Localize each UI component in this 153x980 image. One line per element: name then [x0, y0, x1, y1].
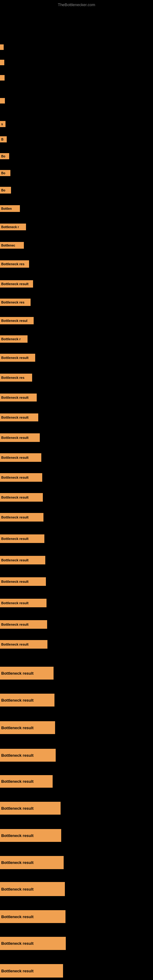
bottleneck-bar-7: Bo [0, 153, 9, 159]
site-title: TheBottlenecker.com [58, 2, 95, 7]
bottleneck-bar-19: Bottleneck res [0, 374, 32, 382]
bottleneck-bar-22: Bottleneck result [0, 433, 40, 442]
bottleneck-bar-35: Bottleneck result [0, 721, 55, 734]
bottleneck-bar-23: Bottleneck result [0, 453, 41, 462]
bottleneck-bar-1 [0, 45, 4, 50]
bottleneck-bar-8: Bo [0, 170, 10, 176]
bottleneck-bar-21: Bottleneck result [0, 414, 38, 422]
bottleneck-bar-12: Bottlenec [0, 242, 24, 249]
bottleneck-bar-36: Bottleneck result [0, 749, 56, 762]
bottleneck-bar-34: Bottleneck result [0, 694, 54, 706]
bottleneck-bar-37: Bottleneck result [0, 775, 53, 788]
bottleneck-bar-13: Bottleneck res [0, 260, 29, 268]
bottleneck-bar-16: Bottleneck resul [0, 317, 33, 324]
bottleneck-bar-28: Bottleneck result [0, 556, 45, 565]
bottleneck-bar-42: Bottleneck result [0, 910, 65, 923]
bottleneck-bar-15: Bottleneck res [0, 299, 30, 306]
bottleneck-bar-40: Bottleneck result [0, 856, 64, 869]
bottleneck-bar-4 [0, 98, 5, 103]
bottleneck-bar-41: Bottleneck result [0, 882, 65, 896]
bottleneck-bar-43: Bottleneck result [0, 937, 66, 950]
bottleneck-bar-39: Bottleneck result [0, 829, 61, 842]
bottleneck-bar-9: Bo [0, 187, 11, 194]
bottleneck-bar-25: Bottleneck result [0, 493, 43, 502]
bottleneck-bar-33: Bottleneck result [0, 667, 54, 679]
bottleneck-bar-29: Bottleneck result [0, 577, 46, 586]
bottleneck-bar-10: Bottlen [0, 205, 20, 212]
bottleneck-bar-20: Bottleneck result [0, 393, 37, 401]
bottleneck-bar-24: Bottleneck result [0, 473, 42, 482]
bottleneck-bar-30: Bottleneck result [0, 599, 46, 607]
bottleneck-bar-26: Bottleneck result [0, 513, 43, 522]
bottleneck-bar-11: Bottleneck r [0, 224, 26, 230]
bottleneck-bar-27: Bottleneck result [0, 535, 45, 543]
bottleneck-bar-3 [0, 75, 5, 81]
bottleneck-bar-2 [0, 60, 4, 65]
bottleneck-bar-38: Bottleneck result [0, 802, 61, 815]
bottleneck-bar-18: Bottleneck result [0, 354, 35, 362]
bottleneck-bar-6: B [0, 136, 7, 142]
bottleneck-bar-17: Bottleneck r [0, 335, 27, 343]
bottleneck-bar-44: Bottleneck result [0, 964, 63, 978]
bottleneck-bar-14: Bottleneck result [0, 280, 33, 288]
bottleneck-bar-31: Bottleneck result [0, 620, 47, 629]
bottleneck-bar-32: Bottleneck result [0, 640, 48, 649]
bottleneck-bar-5: s [0, 121, 5, 127]
